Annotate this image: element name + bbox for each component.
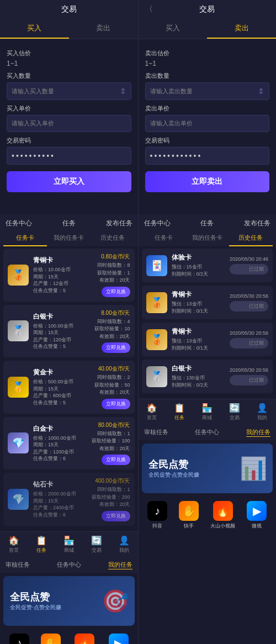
task-exchange-diamond[interactable]: 立即兑换 xyxy=(102,511,130,521)
sell-quantity-input[interactable]: 请输入卖出数量 ⇕ xyxy=(145,82,270,100)
sell-price-input[interactable]: 请输入卖出单价 xyxy=(145,115,270,132)
right-nav-task[interactable]: 📋 任务 xyxy=(166,402,193,423)
buy-quantity-arrow[interactable]: ⇕ xyxy=(120,87,126,96)
left-promo-header-center[interactable]: 任务中心 xyxy=(57,561,81,569)
left-promo-sub: 全民促赞·点赞全民赚 xyxy=(10,604,61,611)
left-task-icon: 📋 xyxy=(36,535,47,546)
left-task-tabs: 任务卡 我的任务卡 历史任务 xyxy=(0,230,138,246)
left-promo-banner-content: 全民点赞 全民促赞·点赞全民赚 xyxy=(10,590,61,611)
right-app-tiktok[interactable]: ♪ 抖音 xyxy=(147,501,167,530)
left-task-tab-card[interactable]: 任务卡 xyxy=(3,230,47,246)
left-promo-header-audit[interactable]: 审核任务 xyxy=(6,561,30,569)
history-name-bronze1: 青铜卡 xyxy=(172,290,230,299)
left-kuaishou-icon: ✋ xyxy=(41,634,61,645)
left-trade-title: 交易 xyxy=(61,4,77,14)
right-promo-decoration: 📊 xyxy=(240,456,267,482)
history-sub-experience: 预估：15金币到期时间：0/2天 xyxy=(172,263,230,278)
history-sub-bronze1: 预估：13金币到期时间：0/1天 xyxy=(172,300,230,315)
left-task-tab-history[interactable]: 历史任务 xyxy=(91,230,134,246)
right-promo-title: 全民点赞 xyxy=(148,458,200,471)
right-promo-header-center[interactable]: 任务中心 xyxy=(195,428,219,437)
right-back-arrow[interactable]: 〈 xyxy=(145,4,153,14)
left-app-kuaishou[interactable]: ✋ 快手 xyxy=(41,634,61,645)
right-tiktok-label: 抖音 xyxy=(152,522,162,530)
buy-price-input[interactable]: 请输入买入单价 xyxy=(7,115,131,132)
right-nav-home[interactable]: 🏠 首页 xyxy=(139,402,166,423)
left-promo-apps: ♪ 抖音 ✋ 快手 🔥 火山小视频 ▶ 微视 xyxy=(0,629,138,645)
history-item-bronze1: 🥉 青铜卡 预估：13金币到期时间：0/1天 2020/05/30 20:56 … xyxy=(142,286,273,319)
task-exchange-bronze[interactable]: 立即兑换 xyxy=(102,287,130,297)
buy-quantity-input[interactable]: 请输入买入数量 ⇕ xyxy=(7,82,131,100)
history-right-experience: 2020/05/30 20:46 已过期 xyxy=(230,256,268,275)
right-task-header: 任务中心 任务 发布任务 xyxy=(139,214,277,230)
right-app-kuaishou[interactable]: ✋ 快手 xyxy=(179,501,199,530)
task-rate-platinum: 80.00金币/天 xyxy=(98,421,130,429)
task-icon-platinum: 💎 xyxy=(8,432,29,453)
left-tab-buy[interactable]: 买入 xyxy=(0,19,69,39)
right-nav-shop[interactable]: 🏪 商城 xyxy=(193,402,221,423)
left-panel: 交易 买入 卖出 买入估价 1~1 买入数量 请输入买入数量 ⇕ 买入单价 请输… xyxy=(0,0,138,644)
left-app-tiktok[interactable]: ♪ 抖音 xyxy=(9,634,29,645)
history-expired-experience: 已过期 xyxy=(230,264,268,275)
right-task-tab-mine[interactable]: 我的任务卡 xyxy=(185,230,229,246)
left-nav-mine[interactable]: 👤 我的 xyxy=(110,534,138,555)
right-task-tab-history[interactable]: 历史任务 xyxy=(229,230,273,246)
left-home-label: 首页 xyxy=(9,547,19,554)
task-exchange-gold[interactable]: 立即兑换 xyxy=(102,399,130,409)
right-promo-header-mine[interactable]: 我的任务 xyxy=(246,428,270,437)
right-promo-apps: ♪ 抖音 ✋ 快手 🔥 火山小视频 ▶ 微视 xyxy=(139,497,277,534)
history-name-experience: 体验卡 xyxy=(172,253,230,262)
left-password-label: 交易密码 xyxy=(7,136,131,145)
right-task-tab-card[interactable]: 任务卡 xyxy=(142,230,185,246)
left-publish-label[interactable]: 发布任务 xyxy=(106,219,132,228)
history-info-silver: 白银卡 预估：130金币到期时间：0/2天 xyxy=(172,364,230,389)
left-task-list: 🥉 青铜卡 价格：10.00金币周期：15天总产量：12金币任务点赞量：5 0.… xyxy=(0,246,138,531)
left-promo-decoration: 🎯 xyxy=(102,588,129,614)
left-task-tab-mine[interactable]: 我的任务卡 xyxy=(47,230,91,246)
history-info-bronze1: 青铜卡 预估：13金币到期时间：0/1天 xyxy=(172,290,230,315)
left-tab-sell[interactable]: 卖出 xyxy=(69,19,138,39)
task-exchange-platinum[interactable]: 立即兑换 xyxy=(102,455,130,465)
right-publish-label[interactable]: 发布任务 xyxy=(244,219,270,228)
right-password-input[interactable]: •••••••••••• xyxy=(145,147,270,165)
sell-button[interactable]: 立即卖出 xyxy=(145,171,270,192)
task-rate-gold: 40.00金币/天 xyxy=(98,365,130,373)
left-trade-tabs: 买入 卖出 xyxy=(0,19,138,39)
left-password-input[interactable]: •••••••••• xyxy=(7,147,131,165)
right-nav-mine[interactable]: 👤 我的 xyxy=(248,402,276,423)
left-promo-header-mine[interactable]: 我的任务 xyxy=(108,561,132,569)
right-password-dots: •••••••••••• xyxy=(150,151,203,160)
buy-button[interactable]: 立即买入 xyxy=(7,171,131,192)
task-name-platinum: 白金卡 xyxy=(33,424,92,434)
left-nav-home[interactable]: 🏠 首页 xyxy=(0,534,28,555)
right-nav-trade[interactable]: 🔄 交易 xyxy=(221,402,248,423)
history-expired-silver: 已过期 xyxy=(230,375,268,386)
right-promo-header-audit[interactable]: 审核任务 xyxy=(144,428,168,437)
right-weishi-icon: ▶ xyxy=(247,501,267,521)
task-right-bronze: 0.80金币/天 同时领取数：8获取经验量：1有效期：20天 立即兑换 xyxy=(92,253,130,297)
left-mine-icon: 👤 xyxy=(119,535,130,546)
left-nav-task[interactable]: 📋 任务 xyxy=(28,534,55,555)
right-trade-nav-label: 交易 xyxy=(230,414,240,421)
left-app-weishi[interactable]: ▶ 微视 xyxy=(109,634,129,645)
right-tab-sell[interactable]: 卖出 xyxy=(207,19,276,39)
left-nav-trade[interactable]: 🔄 交易 xyxy=(83,534,110,555)
left-app-huoshan[interactable]: 🔥 火山小视频 xyxy=(72,634,97,645)
task-exchange-silver[interactable]: 立即兑换 xyxy=(102,342,130,353)
task-name-bronze: 青铜卡 xyxy=(33,256,92,265)
sell-quantity-label: 卖出数量 xyxy=(145,72,270,80)
left-nav-shop[interactable]: 🏪 商城 xyxy=(55,534,83,555)
right-app-weishi[interactable]: ▶ 微视 xyxy=(247,501,267,530)
left-home-icon: 🏠 xyxy=(8,535,19,546)
sell-price-label: 卖出单价 xyxy=(145,104,270,113)
right-trade-icon: 🔄 xyxy=(229,403,240,413)
right-bottom-nav: 🏠 首页 📋 任务 🏪 商城 🔄 交易 👤 我的 xyxy=(139,399,277,425)
history-icon-experience: 🃏 xyxy=(146,255,167,276)
history-date-bronze2: 2020/05/30 20:56 xyxy=(230,330,268,336)
sell-quantity-arrow[interactable]: ⇕ xyxy=(258,87,264,96)
right-tab-buy[interactable]: 买入 xyxy=(139,19,208,39)
history-date-bronze1: 2020/05/30 20:56 xyxy=(230,293,268,299)
right-app-huoshan[interactable]: 🔥 火山小视频 xyxy=(210,501,235,530)
sell-estimate-label: 卖出估价 xyxy=(145,49,270,57)
right-task-icon: 📋 xyxy=(174,403,185,413)
